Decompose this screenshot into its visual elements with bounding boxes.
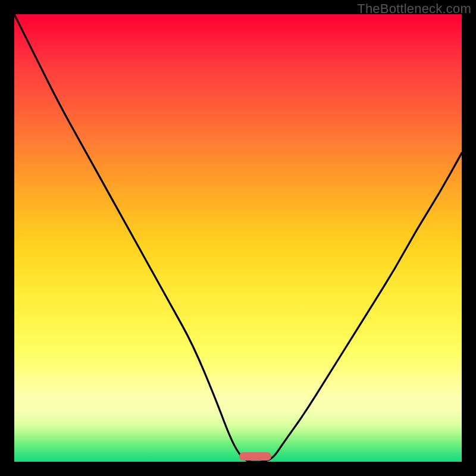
plot-area bbox=[14, 14, 462, 462]
chart-frame: TheBottleneck.com bbox=[0, 0, 476, 476]
optimal-range-marker bbox=[239, 452, 271, 461]
bottleneck-curve bbox=[14, 14, 462, 462]
